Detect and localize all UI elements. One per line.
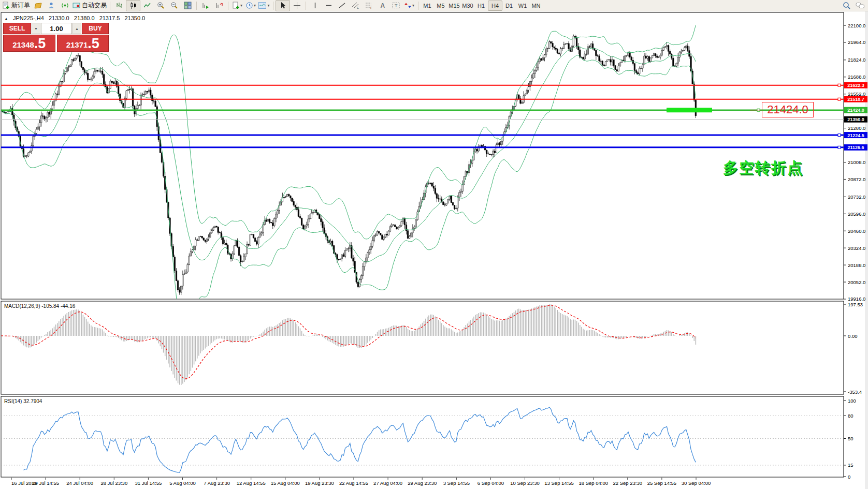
zoom-in-icon (157, 2, 165, 9)
search-button[interactable] (840, 1, 853, 11)
text-tool-button[interactable]: A (375, 1, 389, 11)
svg-text:20732.0: 20732.0 (848, 194, 865, 200)
collapse-arrow-icon[interactable]: ▲ (4, 17, 8, 21)
crosshair-icon (293, 2, 301, 9)
svg-text:20188.0: 20188.0 (848, 262, 865, 268)
dropdown-arrow-icon[interactable]: ▾ (240, 3, 242, 8)
tab-timeframe-MN[interactable]: MN (529, 1, 543, 10)
tab-timeframe-M30[interactable]: M30 (461, 1, 474, 10)
search-icon (843, 2, 851, 10)
tab-timeframe-W1[interactable]: W1 (516, 1, 529, 10)
svg-text:20872.0: 20872.0 (848, 176, 865, 182)
sell-price-frac: .5 (34, 37, 46, 51)
dropdown-arrow-icon[interactable]: ▾ (412, 3, 414, 8)
auto-trading-label: 自动交易 (82, 1, 107, 10)
dropdown-arrow-icon[interactable]: ▾ (267, 3, 269, 8)
tab-timeframe-M1[interactable]: M1 (421, 1, 434, 10)
zoom-out-icon (170, 2, 178, 9)
svg-text:21008.0: 21008.0 (848, 159, 865, 165)
buy-price[interactable]: 21371.5 (57, 35, 109, 52)
tab-timeframe-H1[interactable]: H1 (474, 1, 488, 10)
zoom-in-button[interactable] (154, 1, 167, 11)
svg-text:22100.0: 22100.0 (848, 23, 865, 28)
tab-timeframe-M5[interactable]: M5 (434, 1, 447, 10)
tile-windows-button[interactable] (181, 1, 194, 11)
svg-text:27 Aug 04:00: 27 Aug 04:00 (373, 480, 402, 486)
svg-text:197.53: 197.53 (848, 302, 863, 307)
channel-tool-button[interactable]: E (349, 1, 362, 11)
volume-increase-button[interactable]: ▲ (73, 23, 81, 34)
bar-chart-button[interactable] (112, 1, 126, 11)
text-icon: A (379, 2, 386, 9)
sell-price[interactable]: 21348.5 (3, 35, 55, 52)
template-icon (258, 2, 267, 9)
trendline-tool-button[interactable] (335, 1, 349, 11)
volume-input[interactable]: 1.00 (41, 23, 72, 34)
ohlc-low: 21317.5 (99, 15, 120, 21)
cursor-tool-button[interactable] (276, 0, 290, 11)
volume-decrease-button[interactable]: ▼ (32, 23, 40, 34)
auto-scroll-button[interactable] (199, 1, 212, 11)
svg-text:21622.3: 21622.3 (847, 83, 864, 88)
fibonacci-tool-button[interactable]: F (362, 1, 375, 11)
tab-timeframe-D1[interactable]: D1 (502, 1, 516, 10)
svg-text:31 Jul 14:55: 31 Jul 14:55 (135, 480, 162, 486)
horizontal-line-tool-button[interactable] (322, 1, 335, 11)
chat-icon (856, 2, 865, 9)
sell-button[interactable]: SELL (3, 23, 31, 34)
chart-layers: 22100.021964.021824.021688.021552.021280… (1, 11, 868, 489)
crosshair-tool-button[interactable] (290, 1, 303, 11)
buy-price-frac: .5 (88, 37, 99, 51)
candlestick-chart-icon (129, 2, 137, 9)
arrows-tool-button[interactable]: ▾ (402, 1, 416, 11)
dropdown-arrow-icon[interactable]: ▾ (254, 3, 256, 8)
zoom-out-button[interactable] (167, 1, 181, 11)
svg-text:18 Sep 04:00: 18 Sep 04:00 (578, 480, 608, 486)
profiles-button[interactable] (45, 1, 58, 11)
ohlc-close: 21350.0 (124, 15, 145, 21)
signals-button[interactable] (58, 1, 71, 11)
vertical-line-icon (311, 2, 319, 9)
chat-button[interactable] (853, 1, 867, 11)
symbol-title: JPN225-,H4 (13, 15, 44, 21)
line-chart-button[interactable] (140, 1, 154, 11)
new-chart-button[interactable] (31, 1, 45, 11)
period-button[interactable]: ▾ (244, 1, 257, 11)
template-button[interactable]: ▾ (257, 1, 271, 11)
new-chart-icon (34, 2, 42, 9)
vertical-line-tool-button[interactable] (308, 1, 322, 11)
turning-point-annotation[interactable]: 多空转折点 (723, 158, 803, 179)
svg-text:20324.0: 20324.0 (848, 245, 865, 251)
horizontal-line-icon (325, 2, 332, 9)
time-axis: 16 Jul 201919 Jul 14:5524 Jul 04:0028 Ju… (11, 478, 711, 486)
buy-button[interactable]: BUY (82, 23, 109, 34)
broadcast-icon (61, 2, 69, 9)
tab-timeframe-M15[interactable]: M15 (447, 1, 461, 10)
clock-icon (245, 2, 253, 9)
tile-windows-icon (184, 2, 192, 9)
highlight-bar[interactable] (667, 108, 712, 112)
toolbar-separator (306, 2, 306, 10)
chart-canvas[interactable]: 22100.021964.021824.021688.021552.021280… (0, 11, 868, 489)
svg-text:10 Sep 23:30: 10 Sep 23:30 (510, 480, 540, 486)
svg-text:F: F (370, 6, 372, 9)
svg-text:21424.0: 21424.0 (847, 108, 864, 113)
svg-text:21552.0: 21552.0 (848, 91, 865, 97)
text-label-tool-button[interactable]: T (389, 1, 402, 11)
toolbar-separator (273, 2, 273, 10)
price-annotation-box[interactable]: 21424.0 (762, 102, 814, 117)
chart-shift-button[interactable] (212, 1, 226, 11)
arrows-icon (404, 2, 412, 9)
bar-chart-icon (115, 2, 123, 9)
new-order-button[interactable]: 新订单 (1, 1, 31, 11)
svg-text:21510.7: 21510.7 (847, 97, 864, 102)
indicator-add-icon (232, 2, 240, 9)
auto-trading-button[interactable]: 自动交易 (71, 1, 108, 11)
tab-timeframe-H4[interactable]: H4 (488, 1, 502, 11)
profile-icon (48, 2, 55, 9)
new-indicator-button[interactable]: ▾ (230, 1, 244, 11)
candlestick-chart-button[interactable] (126, 0, 140, 11)
svg-text:12 Aug 14:55: 12 Aug 14:55 (237, 480, 266, 486)
svg-text:3 Sep 14:55: 3 Sep 14:55 (443, 480, 470, 486)
auto-trading-icon (73, 2, 80, 9)
